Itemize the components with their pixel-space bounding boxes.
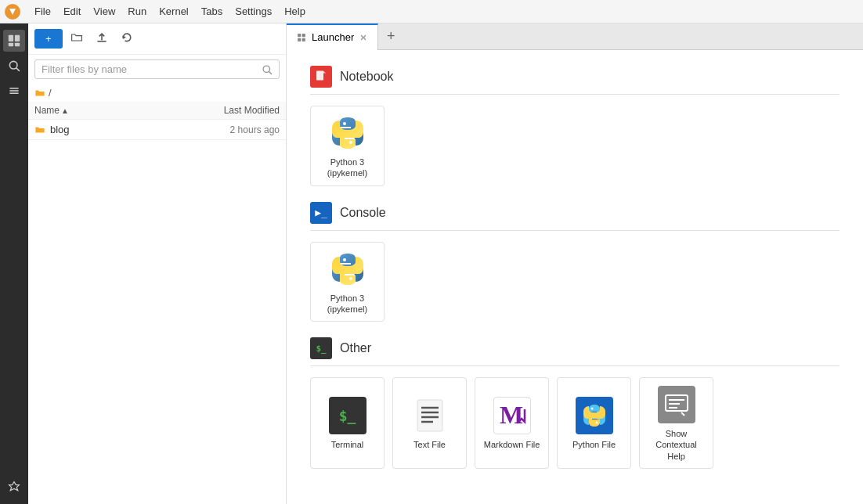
sidebar-commands-button[interactable] [3,80,25,102]
svg-point-12 [263,66,269,72]
pyfile-card[interactable]: Python File [557,377,631,469]
other-section-title: Other [340,341,371,355]
breadcrumb-path: / [49,87,52,99]
file-panel: + + [28,23,287,504]
help-label: Show ContextualHelp [644,428,709,462]
menu-file[interactable]: File [28,2,57,20]
svg-rect-16 [298,38,301,41]
textfile-card[interactable]: Text File [392,377,467,469]
python-notebook-icon [329,114,367,152]
terminal-card-icon: $_ [329,397,367,434]
sidebar-files-button[interactable] [3,30,25,52]
menu-edit[interactable]: Edit [57,2,87,20]
console-python3-label: Python 3(ipykernel) [327,293,367,315]
menu-help[interactable]: Help [278,2,312,20]
svg-rect-15 [302,34,305,37]
help-card-icon [658,386,695,423]
column-name[interactable]: Name ▲ [34,105,193,116]
menu-run[interactable]: Run [121,2,153,20]
new-button[interactable]: + + [34,29,63,49]
notebook-section-title: Notebook [340,70,394,84]
other-cards: $_ Terminal Text Fi [310,377,840,469]
app-logo [3,2,22,21]
svg-line-6 [16,68,19,70]
svg-text:M: M [500,401,523,429]
svg-rect-14 [298,34,301,37]
file-modified: 2 hours ago [193,124,280,135]
tab-launcher-label: Launcher [312,31,354,43]
svg-point-24 [343,258,346,261]
terminal-icon: $_ [329,397,367,434]
pyfile-label: Python File [572,439,616,450]
svg-point-32 [590,408,593,410]
launcher: Notebook [287,50,863,504]
plus-icon: + [45,33,52,45]
refresh-button[interactable] [116,28,138,49]
upload-button[interactable] [91,28,113,49]
folder-file-icon [34,124,45,135]
help-icon [658,386,695,423]
svg-rect-20 [316,71,323,81]
pyfile-icon [576,397,613,434]
tab-bar: Launcher + [287,23,863,50]
svg-marker-21 [323,71,326,74]
svg-point-22 [343,122,346,125]
column-modified[interactable]: Last Modified [193,105,280,116]
console-section-header: ▶_ Console [310,202,840,231]
open-folder-button[interactable] [66,28,88,49]
sidebar-icons [0,23,28,504]
menu-settings[interactable]: Settings [229,2,278,20]
file-name: blog [34,124,193,135]
search-input[interactable] [42,63,258,75]
terminal-card[interactable]: $_ Terminal [310,377,385,469]
menu-kernel[interactable]: Kernel [153,2,195,20]
search-box[interactable] [34,59,280,79]
main-layout: + + [0,23,863,504]
notebook-section-icon [310,66,332,88]
svg-point-5 [9,61,17,69]
textfile-label: Text File [413,439,446,450]
file-table-header: Name ▲ Last Modified [28,102,286,120]
sort-arrow-icon: ▲ [61,106,69,115]
search-icon [262,64,273,75]
svg-point-33 [595,422,598,424]
tab-launcher[interactable]: Launcher [287,23,378,50]
textfile-card-icon [411,397,449,434]
menu-tabs[interactable]: Tabs [195,2,229,20]
breadcrumb: / [28,84,286,102]
python-console-icon [329,250,367,288]
file-toolbar: + + [28,23,286,55]
svg-rect-2 [15,35,20,41]
tab-close-icon[interactable] [359,33,368,42]
terminal-label: Terminal [331,439,364,450]
other-section-header: $_ Other [310,337,840,366]
folder-icon [34,88,45,99]
table-row[interactable]: blog 2 hours ago [28,120,286,140]
markdown-card-icon: M [493,397,531,434]
notebook-python3-card[interactable]: Python 3(ipykernel) [310,106,385,186]
other-section-icon: $_ [310,337,332,359]
svg-rect-17 [302,38,305,41]
console-python3-card[interactable]: Python 3(ipykernel) [310,242,385,322]
file-table: Name ▲ Last Modified blog 2 hours ago [28,102,286,504]
sidebar-search-button[interactable] [3,55,25,77]
markdown-label: Markdown File [484,439,540,450]
notebook-section-header: Notebook [310,66,840,95]
launcher-tab-icon [296,32,307,43]
help-card[interactable]: Show ContextualHelp [639,377,713,469]
console-section-title: Console [340,206,386,220]
tab-add-button[interactable]: + [378,23,403,50]
sidebar-extensions-button[interactable] [3,476,25,498]
console-cards: Python 3(ipykernel) [310,242,840,322]
markdown-icon: M [493,397,531,434]
svg-rect-3 [9,43,13,47]
textfile-icon [411,397,449,434]
pyfile-card-icon [576,397,613,434]
markdown-card[interactable]: M Markdown File [475,377,549,469]
svg-line-38 [681,412,684,416]
menu-view[interactable]: View [87,2,121,20]
svg-point-23 [349,141,352,144]
svg-rect-4 [15,43,20,47]
notebook-cards: Python 3(ipykernel) [310,106,840,186]
svg-point-25 [349,277,352,280]
